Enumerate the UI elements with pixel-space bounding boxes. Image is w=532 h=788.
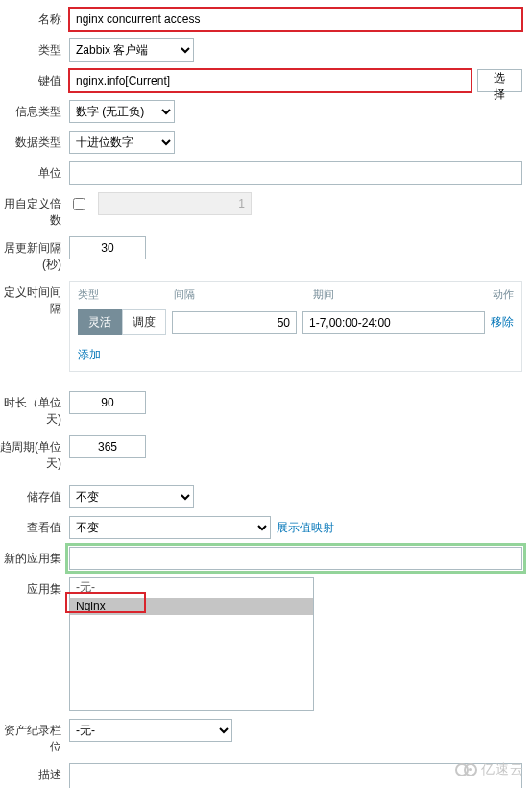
custom-interval-box: 类型 间隔 期间 动作 灵活 调度 移除 添加 <box>69 281 522 372</box>
trend-days-input[interactable] <box>69 435 146 458</box>
info-type-select[interactable]: 数字 (无正负) <box>69 100 175 123</box>
label-trend-days: 趋周期(单位天) <box>0 435 69 472</box>
label-key: 键值 <box>0 69 69 89</box>
show-value-select[interactable]: 不变 <box>69 516 271 539</box>
interval-add-link[interactable]: 添加 <box>70 343 109 371</box>
unit-input[interactable] <box>69 161 522 185</box>
label-data-type: 数据类型 <box>0 131 69 151</box>
label-inventory-field: 资产纪录栏位 <box>0 719 69 755</box>
history-days-input[interactable] <box>69 391 146 414</box>
label-update-interval: 居更新间隔(秒) <box>0 236 69 273</box>
label-unit: 单位 <box>0 161 69 182</box>
label-new-app: 新的应用集 <box>0 547 69 567</box>
interval-period-input[interactable] <box>302 311 485 334</box>
data-type-select[interactable]: 十进位数字 <box>69 131 175 154</box>
key-select-button[interactable]: 选择 <box>477 69 522 92</box>
label-type: 类型 <box>0 38 69 59</box>
multiplier-input <box>98 192 252 215</box>
store-value-select[interactable]: 不变 <box>69 485 194 508</box>
interval-value-input[interactable] <box>172 311 297 334</box>
label-show-value: 查看值 <box>0 516 69 536</box>
label-history-days: 时长（单位天) <box>0 391 69 428</box>
label-custom-interval: 定义时间间隔 <box>0 281 69 317</box>
label-app: 应用集 <box>0 578 69 598</box>
name-input[interactable] <box>69 8 522 31</box>
update-interval-input[interactable] <box>69 236 146 259</box>
inventory-field-select[interactable]: -无- <box>69 719 232 742</box>
app-option-none[interactable]: -无- <box>70 578 313 598</box>
seg-sched[interactable]: 调度 <box>122 309 166 335</box>
type-select[interactable]: Zabbix 客户端 <box>69 38 194 62</box>
show-value-mapping-link[interactable]: 展示值映射 <box>277 520 334 536</box>
label-info-type: 信息类型 <box>0 100 69 120</box>
multiplier-checkbox[interactable] <box>73 198 85 210</box>
label-description: 描述 <box>0 763 69 783</box>
ih-action: 动作 <box>479 287 514 302</box>
label-store-value: 储存值 <box>0 485 69 505</box>
watermark-logo-icon <box>455 763 477 776</box>
watermark: 亿速云 <box>455 761 524 778</box>
seg-flex[interactable]: 灵活 <box>78 309 122 335</box>
label-name: 名称 <box>0 8 69 28</box>
key-input[interactable] <box>69 69 472 92</box>
ih-type: 类型 <box>78 287 174 302</box>
new-app-input[interactable] <box>69 547 522 570</box>
ih-period: 期间 <box>313 287 479 302</box>
interval-type-segment[interactable]: 灵活 调度 <box>78 309 166 335</box>
interval-remove-link[interactable]: 移除 <box>491 314 514 331</box>
label-multiplier: 用自定义倍数 <box>0 192 69 229</box>
ih-interval: 间隔 <box>174 287 313 302</box>
app-listbox[interactable]: -无- Nginx <box>69 577 314 711</box>
app-option-nginx[interactable]: Nginx <box>70 598 313 615</box>
watermark-text: 亿速云 <box>481 761 524 778</box>
